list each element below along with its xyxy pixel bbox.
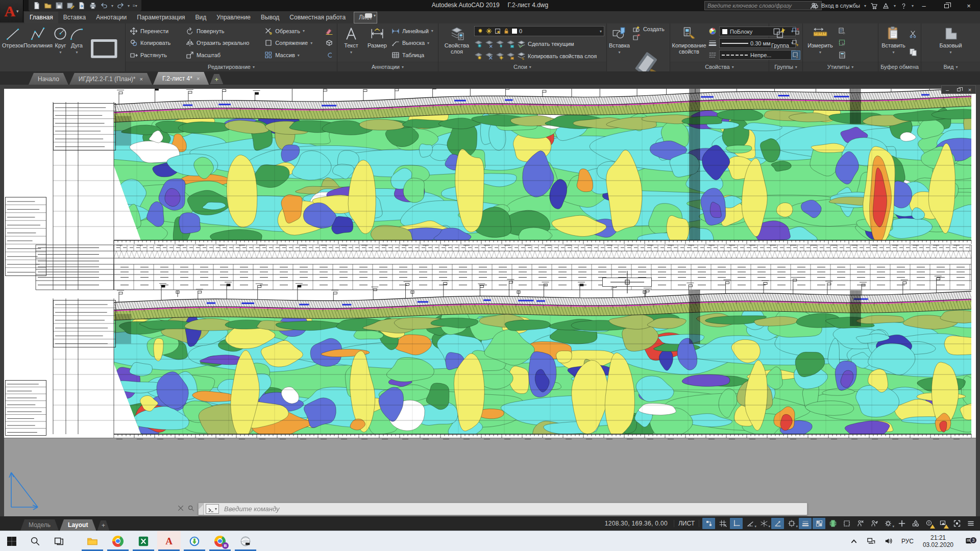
command-line-grip[interactable] xyxy=(199,503,204,515)
close-tab-icon[interactable]: × xyxy=(140,76,143,82)
group-edit-icon[interactable] xyxy=(792,39,800,47)
status-toggle[interactable] xyxy=(923,518,936,529)
network-button[interactable] xyxy=(864,537,879,545)
layout-tab[interactable]: Layout xyxy=(60,519,96,531)
new-file-button[interactable] xyxy=(33,2,41,10)
close-button[interactable]: × xyxy=(958,0,980,11)
restore-button[interactable] xyxy=(935,0,958,11)
file-tab[interactable]: Начало xyxy=(29,73,68,85)
layout-viewport[interactable] xyxy=(4,89,976,516)
linetype-list-icon[interactable] xyxy=(708,51,717,59)
status-toggle[interactable] xyxy=(937,518,949,529)
doc-minimize-button[interactable]: – xyxy=(942,86,953,93)
file-explorer-button[interactable] xyxy=(81,531,104,551)
ribbon-tab[interactable]: Параметризация xyxy=(132,12,190,23)
color-wheel-icon[interactable] xyxy=(708,27,717,35)
plot-button[interactable] xyxy=(89,2,97,10)
application-menu-button[interactable]: A▾ xyxy=(0,0,23,22)
signin-label[interactable]: Вход в службы xyxy=(821,3,860,9)
make-current-button[interactable]: Сделать текущим xyxy=(528,41,574,47)
layer-thaw-all-icon[interactable] xyxy=(496,52,504,60)
erase-icon[interactable] xyxy=(325,27,333,35)
ungroup-icon[interactable] xyxy=(792,27,800,35)
lineweight-list-icon[interactable] xyxy=(708,39,717,47)
text-button[interactable]: Текст▾ xyxy=(339,25,363,61)
rotate-button[interactable]: Повернуть xyxy=(186,27,259,35)
group-select-toggle-icon[interactable] xyxy=(792,51,800,59)
status-toggle[interactable] xyxy=(771,518,784,529)
file-tab[interactable]: ИГДИ2.2-Г.1 (План)* × xyxy=(69,73,152,85)
layer-lock-icon[interactable] xyxy=(506,40,515,48)
doc-restore-button[interactable] xyxy=(953,86,964,93)
notification-center-button[interactable]: 3 xyxy=(960,537,978,545)
leader-button[interactable]: Выноска▾ xyxy=(391,39,433,47)
scale-button[interactable]: Масштаб xyxy=(186,51,259,59)
trim-button[interactable]: Обрезать▾ xyxy=(264,27,323,35)
select-all-icon[interactable] xyxy=(838,39,846,47)
stretch-button[interactable]: Растянуть xyxy=(130,51,181,59)
status-toggle[interactable]: ▾ xyxy=(881,518,894,529)
linear-dim-button[interactable]: Линейный▾ xyxy=(391,27,433,35)
status-toggle[interactable] xyxy=(730,518,743,529)
chrome-profile-button[interactable]: B xyxy=(208,531,232,551)
panel-label-view[interactable]: Вид▾ xyxy=(921,62,980,71)
store-cart-icon[interactable] xyxy=(870,2,878,10)
layer-freeze-icon[interactable] xyxy=(496,40,504,48)
doc-close-button[interactable]: × xyxy=(964,86,975,93)
status-toggle[interactable]: ▾ xyxy=(785,518,798,529)
new-layout-button[interactable]: + xyxy=(97,520,109,531)
layer-unisolate-icon[interactable] xyxy=(485,52,494,60)
status-toggle[interactable] xyxy=(840,518,853,529)
status-toggle[interactable] xyxy=(854,518,867,529)
layer-select[interactable]: 0 ▾ xyxy=(474,26,604,36)
cut-icon[interactable] xyxy=(909,30,917,38)
sync-app-button[interactable] xyxy=(183,531,206,551)
close-tab-icon[interactable]: × xyxy=(197,76,200,82)
quick-select-icon[interactable] xyxy=(838,27,846,35)
dimension-button[interactable]: Размер xyxy=(364,25,390,61)
panel-label-clipboard[interactable]: Буфер обмена xyxy=(878,62,921,71)
taskbar-search-button[interactable] xyxy=(23,531,47,551)
google-earth-button[interactable] xyxy=(234,531,257,551)
status-toggle[interactable] xyxy=(868,518,880,529)
open-file-button[interactable] xyxy=(44,2,52,10)
layer-isolate-icon[interactable] xyxy=(485,40,494,48)
array-button[interactable]: Массив▾ xyxy=(264,51,323,59)
chrome-button[interactable] xyxy=(106,531,130,551)
close-commandline-icon[interactable] xyxy=(177,505,184,512)
recent-commands-button[interactable]: ▾ xyxy=(206,504,219,514)
autocad-taskbar-button[interactable]: A xyxy=(157,531,181,551)
language-indicator[interactable]: РУС xyxy=(898,538,917,545)
create-block-button[interactable]: Создать xyxy=(632,25,665,33)
save-button[interactable] xyxy=(55,2,63,10)
move-button[interactable]: Перенести xyxy=(130,27,181,35)
copy-button[interactable]: Копировать xyxy=(130,39,181,47)
panel-label-properties[interactable]: Свойства▾ xyxy=(670,62,769,71)
panel-label-groups[interactable]: Группы▾ xyxy=(769,62,802,71)
rectangle-button[interactable]: ▾ xyxy=(87,25,121,71)
space-indicator[interactable]: ЛИСТ xyxy=(674,520,699,527)
ribbon-tab[interactable]: Аннотации xyxy=(91,12,132,23)
edit-attribute-icon[interactable] xyxy=(632,33,641,41)
status-toggle[interactable] xyxy=(799,518,812,529)
panel-label-layers[interactable]: Слои▾ xyxy=(438,62,606,71)
plot-preview-button[interactable] xyxy=(78,2,86,10)
user-icon[interactable] xyxy=(810,2,817,10)
ribbon-tab[interactable]: Вид xyxy=(190,12,212,23)
volume-button[interactable] xyxy=(881,537,896,545)
layer-off-icon[interactable] xyxy=(474,40,483,48)
help-icon[interactable] xyxy=(900,2,908,10)
a360-icon[interactable] xyxy=(882,2,890,10)
status-toggle[interactable] xyxy=(826,518,839,529)
copy-layer-props-button[interactable]: Копировать свойства слоя xyxy=(528,53,597,59)
layer-unlock2-icon[interactable] xyxy=(506,52,515,60)
status-toggle[interactable] xyxy=(950,518,963,529)
base-view-button[interactable]: Базовый▾ xyxy=(936,25,966,61)
command-line[interactable]: ▾ Введите команду xyxy=(198,503,807,515)
status-toggle[interactable] xyxy=(964,518,977,529)
status-toggle[interactable] xyxy=(813,518,825,529)
panel-label-edit[interactable]: Редактирование▾ xyxy=(126,62,337,71)
ribbon-tab[interactable]: Вставка xyxy=(58,12,91,23)
ribbon-tab[interactable]: Вывод xyxy=(256,12,284,23)
new-drawing-tab-button[interactable]: + xyxy=(210,74,223,84)
